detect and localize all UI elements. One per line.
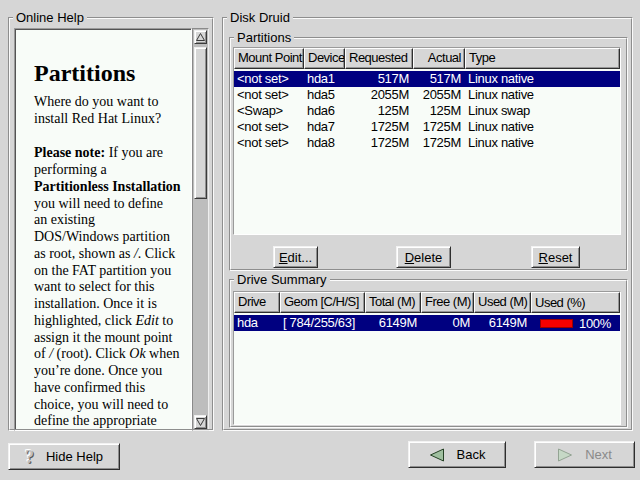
delete-button[interactable]: Delete [396, 246, 451, 268]
cell-mount-point: <Swap> [234, 103, 304, 119]
disk-druid-frame: Disk Druid Partitions Mount Point Device… [222, 17, 633, 431]
up-arrow-icon [196, 33, 205, 41]
partitions-table-header: Mount Point Device Requested Actual Type [234, 48, 620, 69]
partitions-table: Mount Point Device Requested Actual Type… [233, 47, 621, 235]
cell-actual: 1725M [413, 119, 465, 135]
back-button[interactable]: Back [408, 441, 506, 468]
column-header-mount-point[interactable]: Mount Point [234, 48, 304, 69]
cell-type: Linux native [465, 119, 620, 135]
column-header-device[interactable]: Device [304, 48, 345, 69]
cell-geom: [ 784/255/63] [280, 315, 365, 331]
cell-requested: 125M [345, 103, 413, 119]
cell-actual: 2055M [413, 87, 465, 103]
scroll-down-button[interactable] [194, 415, 207, 429]
cell-actual: 517M [413, 71, 465, 87]
cell-total: 6149M [365, 315, 421, 331]
column-header-free[interactable]: Free (M) [421, 292, 474, 313]
drive-summary-table: Drive Geom [C/H/S] Total (M) Free (M) Us… [233, 291, 621, 425]
help-title: Partitions [34, 65, 190, 82]
edit-button[interactable]: Edit... [273, 246, 318, 268]
usage-bar [540, 319, 573, 328]
cell-mount-point: <not set> [234, 119, 304, 135]
cell-mount-point: <not set> [234, 135, 304, 151]
partition-row-hda8[interactable]: <not set> hda8 1725M 1725M Linux native [234, 135, 620, 151]
partition-row-hda5[interactable]: <not set> hda5 2055M 2055M Linux native [234, 87, 620, 103]
partitions-table-body: <not set> hda1 517M 517M Linux native <n… [234, 69, 620, 234]
column-header-total[interactable]: Total (M) [365, 292, 421, 313]
help-question-icon: ? [25, 448, 34, 466]
help-paragraph-1: Where do you want toinstall Red Hat Linu… [34, 94, 190, 128]
partition-row-hda6[interactable]: <Swap> hda6 125M 125M Linux swap [234, 103, 620, 119]
cell-device: hda7 [304, 119, 345, 135]
next-label: Next [585, 447, 612, 462]
cell-requested: 1725M [345, 135, 413, 151]
down-arrow-icon [196, 418, 205, 426]
cell-used-pct: 100% [531, 315, 620, 331]
drive-summary-table-header: Drive Geom [C/H/S] Total (M) Free (M) Us… [234, 292, 620, 313]
cell-drive: hda [234, 315, 280, 331]
hide-help-button[interactable]: ? Hide Help [8, 443, 120, 470]
help-text-panel: Partitions Where do you want toinstall R… [14, 28, 192, 431]
partitions-frame: Partitions Mount Point Device Requested … [229, 37, 628, 271]
column-header-requested[interactable]: Requested [345, 48, 413, 69]
cell-actual: 1725M [413, 135, 465, 151]
cell-mount-point: <not set> [234, 71, 304, 87]
cell-mount-point: <not set> [234, 87, 304, 103]
cell-device: hda5 [304, 87, 345, 103]
cell-requested: 2055M [345, 87, 413, 103]
cell-free: 0M [421, 315, 474, 331]
partition-row-hda1[interactable]: <not set> hda1 517M 517M Linux native [234, 71, 620, 87]
drive-summary-frame: Drive Summary Drive Geom [C/H/S] Total (… [229, 279, 628, 428]
scrollbar-thumb[interactable] [194, 47, 207, 199]
installer-window: { "help": { "frame_label": "Online Help"… [0, 0, 640, 480]
column-header-drive[interactable]: Drive [234, 292, 280, 313]
partition-row-hda7[interactable]: <not set> hda7 1725M 1725M Linux native [234, 119, 620, 135]
cell-device: hda6 [304, 103, 345, 119]
disk-druid-frame-label: Disk Druid [227, 10, 293, 25]
online-help-frame-label: Online Help [13, 10, 87, 25]
cell-device: hda1 [304, 71, 345, 87]
online-help-frame: Online Help Partitions Where do you want… [8, 17, 214, 431]
next-arrow-icon [557, 448, 573, 462]
cell-requested: 517M [345, 71, 413, 87]
reset-button[interactable]: Reset [531, 246, 580, 268]
column-header-used-m[interactable]: Used (M) [474, 292, 531, 313]
usage-percent-label: 100% [579, 316, 611, 331]
drive-summary-table-body: hda [ 784/255/63] 6149M 0M 6149M 100% [234, 313, 620, 424]
scroll-up-button[interactable] [194, 30, 207, 44]
back-label: Back [457, 447, 486, 462]
cell-used-m: 6149M [474, 315, 531, 331]
column-header-actual[interactable]: Actual [413, 48, 465, 69]
column-header-geom[interactable]: Geom [C/H/S] [280, 292, 365, 313]
cell-type: Linux native [465, 87, 620, 103]
drive-summary-frame-label: Drive Summary [234, 272, 330, 287]
hide-help-label: Hide Help [46, 449, 103, 464]
column-header-type[interactable]: Type [465, 48, 620, 69]
cell-device: hda8 [304, 135, 345, 151]
cell-type: Linux native [465, 135, 620, 151]
partitions-frame-label: Partitions [234, 30, 294, 45]
cell-requested: 1725M [345, 119, 413, 135]
back-arrow-icon [429, 448, 445, 462]
cell-type: Linux native [465, 71, 620, 87]
next-button[interactable]: Next [534, 441, 635, 468]
cell-actual: 125M [413, 103, 465, 119]
help-scrollbar[interactable] [192, 28, 209, 431]
column-header-used-pct[interactable]: Used (%) [531, 292, 620, 313]
help-paragraph-2: Please note: If you areperforming aParti… [34, 145, 190, 430]
drive-row-hda[interactable]: hda [ 784/255/63] 6149M 0M 6149M 100% [234, 315, 620, 331]
cell-type: Linux swap [465, 103, 620, 119]
